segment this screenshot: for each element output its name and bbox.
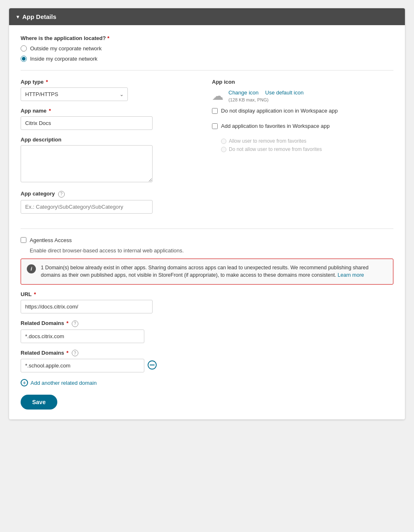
no-allow-remove-label: Do not allow user to remove from favorit… [229, 146, 322, 152]
location-radio-group: Outside my corporate network Inside my c… [21, 45, 393, 62]
url-input-row [21, 300, 393, 313]
location-question: Where is the application located? * [21, 35, 393, 41]
info-message: 1 Domain(s) below already exist in other… [41, 265, 369, 278]
allow-remove-option: Allow user to remove from favorites [221, 138, 393, 144]
related-domains-help-icon-1[interactable]: ? [72, 320, 78, 327]
app-category-help-icon[interactable]: ? [58, 191, 65, 198]
use-default-icon-button[interactable]: Use default icon [265, 89, 303, 96]
inside-network-radio[interactable] [21, 56, 27, 62]
related-domains-group-2: Related Domains * ? [21, 350, 393, 373]
card-body: Where is the application located? * Outs… [9, 25, 405, 419]
app-type-group: App type * HTTP/HTTPS ⌄ [21, 79, 202, 101]
card-header: ▾ App Details [9, 8, 405, 25]
agentless-checkbox-label[interactable]: Agentless Access [21, 237, 393, 243]
save-section: Save [21, 386, 393, 410]
app-category-input[interactable] [21, 200, 153, 214]
add-domain-label: Add another related domain [31, 380, 96, 386]
app-category-group: App category ? [21, 191, 202, 214]
app-description-label: App description [21, 137, 202, 143]
outside-network-label: Outside my corporate network [30, 45, 101, 52]
app-icon-row: ☁ Change icon Use default icon (128 KB m… [212, 89, 393, 103]
app-name-input[interactable] [21, 116, 153, 130]
url-group: URL * [21, 291, 393, 313]
app-details-card: ▾ App Details Where is the application l… [9, 8, 405, 419]
card-title: App Details [22, 13, 56, 20]
related-domains-group-1: Related Domains * ? [21, 320, 393, 343]
app-type-select[interactable]: HTTP/HTTPS [21, 87, 128, 101]
related-domains-label-2: Related Domains * ? [21, 350, 393, 357]
add-domain-button[interactable]: + Add another related domain [21, 379, 96, 386]
main-two-col: App type * HTTP/HTTPS ⌄ App name * [21, 79, 393, 220]
divider-2 [21, 228, 393, 229]
cloud-icon: ☁ [212, 89, 223, 103]
app-icon-label: App icon [212, 79, 393, 85]
divider-1 [21, 70, 393, 71]
icon-links: Change icon Use default icon (128 KB max… [228, 89, 303, 102]
agentless-section: Agentless Access Enable direct browser-b… [21, 237, 393, 254]
url-input[interactable] [21, 300, 153, 313]
info-icon: i [27, 264, 36, 273]
inside-network-option[interactable]: Inside my corporate network [21, 56, 393, 62]
allow-remove-radio [221, 139, 226, 144]
right-column: App icon ☁ Change icon Use default icon … [212, 79, 393, 220]
add-favorites-checkbox-label[interactable]: Add application to favorites in Workspac… [212, 123, 393, 129]
app-description-group: App description [21, 137, 202, 184]
add-circle-icon: + [21, 379, 28, 386]
icon-note: (128 KB max, PNG) [228, 97, 303, 102]
inside-network-label: Inside my corporate network [30, 56, 97, 62]
no-allow-remove-option: Do not allow user to remove from favorit… [221, 146, 393, 152]
remove-domain-button[interactable] [148, 360, 157, 371]
related-domains-label-1: Related Domains * ? [21, 320, 393, 327]
related-domain-input-2[interactable] [21, 359, 144, 372]
info-text: 1 Domain(s) below already exist in other… [41, 264, 387, 280]
location-section: Where is the application located? * Outs… [21, 35, 393, 62]
icon-link-row: Change icon Use default icon [228, 89, 303, 96]
no-display-icon-checkbox-label[interactable]: Do not display application icon in Works… [212, 108, 393, 114]
outside-network-option[interactable]: Outside my corporate network [21, 45, 393, 52]
outside-network-radio[interactable] [21, 45, 27, 52]
allow-remove-label: Allow user to remove from favorites [229, 138, 306, 144]
minus-circle-icon [148, 360, 157, 370]
related-domains-help-icon-2[interactable]: ? [72, 350, 78, 356]
app-name-group: App name * [21, 108, 202, 130]
url-label: URL * [21, 291, 393, 297]
info-box: i 1 Domain(s) below already exist in oth… [21, 259, 393, 285]
app-icon-section: ☁ Change icon Use default icon (128 KB m… [212, 87, 393, 152]
app-description-input[interactable] [21, 145, 153, 182]
left-column: App type * HTTP/HTTPS ⌄ App name * [21, 79, 202, 220]
no-display-icon-text: Do not display application icon in Works… [221, 108, 338, 114]
related-domain-input-1[interactable] [21, 330, 144, 343]
app-type-select-wrapper[interactable]: HTTP/HTTPS ⌄ [21, 87, 128, 101]
domain-row-1 [21, 330, 393, 343]
add-favorites-text: Add application to favorites in Workspac… [221, 123, 330, 129]
add-favorites-checkbox[interactable] [212, 123, 218, 129]
agentless-description: Enable direct browser-based access to in… [30, 247, 393, 254]
app-category-label: App category ? [21, 191, 202, 198]
domain-row-2 [21, 359, 393, 372]
favorites-sub-options: Allow user to remove from favorites Do n… [221, 138, 393, 152]
agentless-label: Agentless Access [30, 237, 72, 243]
chevron-icon: ▾ [16, 14, 19, 20]
no-allow-remove-radio [221, 147, 226, 152]
no-display-icon-checkbox[interactable] [212, 108, 218, 114]
agentless-checkbox[interactable] [21, 237, 26, 243]
app-type-label: App type * [21, 79, 202, 85]
app-name-label: App name * [21, 108, 202, 114]
change-icon-button[interactable]: Change icon [228, 89, 259, 96]
learn-more-link[interactable]: Learn more [338, 272, 364, 278]
save-button[interactable]: Save [21, 395, 57, 410]
